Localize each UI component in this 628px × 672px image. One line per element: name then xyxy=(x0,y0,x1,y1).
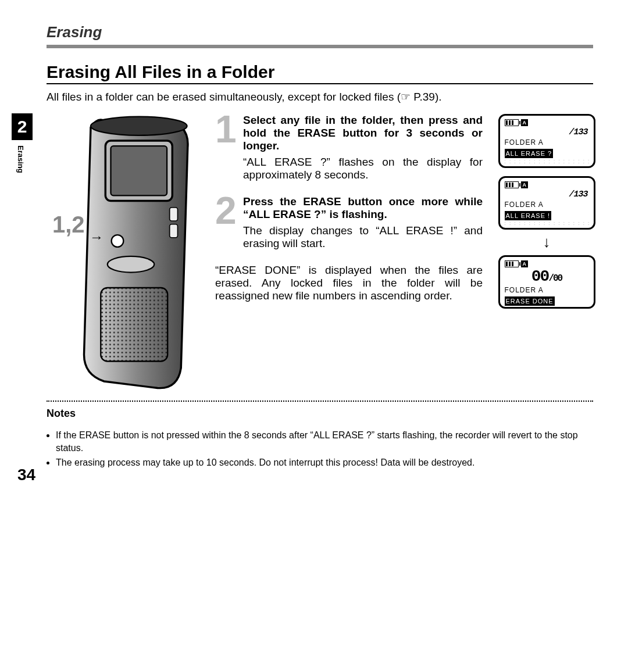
lcd-folder-line: FOLDER A xyxy=(505,138,589,146)
step-1-title: Select any file in the folder, then pres… xyxy=(243,114,483,152)
dotted-divider xyxy=(47,401,593,402)
step-2-title: Press the ERASE button once more while “… xyxy=(243,195,483,221)
note-item: The erasing process may take up to 10 se… xyxy=(56,456,593,469)
lcd-screen-1: A /133 FOLDER A ALL ERASE ? · · · · · · … xyxy=(498,114,595,168)
steps-column: 1 Select any file in the folder, then pr… xyxy=(215,114,488,395)
intro-prefix: All files in a folder can be erased simu… xyxy=(47,91,401,103)
step-1: 1 Select any file in the folder, then pr… xyxy=(215,114,483,181)
result-paragraph: “ERASE DONE” is displayed when the files… xyxy=(215,264,483,302)
chapter-vertical-label: Erasing xyxy=(16,145,25,173)
folder-indicator: A xyxy=(521,260,529,267)
lcd-zero-big: 00 xyxy=(531,267,549,285)
battery-icon xyxy=(505,181,519,188)
svg-point-1 xyxy=(91,117,187,135)
step-number: 1 xyxy=(215,114,243,181)
section-header: Erasing xyxy=(47,23,593,41)
erase-keyword: ERASE xyxy=(303,195,341,208)
lcd-file-count: /133 xyxy=(505,127,588,137)
lcd-segment-big: 00/00 xyxy=(505,269,589,285)
page-title: Erasing All Files in a Folder xyxy=(47,62,593,84)
svg-point-7 xyxy=(108,256,155,273)
manual-page: Erasing Erasing All Files in a Folder Al… xyxy=(0,0,628,502)
header-rule xyxy=(47,45,593,48)
chapter-tab: 2 xyxy=(12,113,33,140)
lcd-dots: · · · · · · · · · · · · · · · · · ·· · ·… xyxy=(505,221,589,227)
lcd-screen-3: A 00/00 FOLDER A ERASE DONE xyxy=(498,255,595,309)
lcd-message: ALL ERASE ! xyxy=(505,211,552,220)
device-column: 1,2 → xyxy=(47,114,204,395)
lcd-zero-small: /00 xyxy=(548,273,562,284)
lcd-message: ALL ERASE ? xyxy=(505,149,554,158)
step-number: 2 xyxy=(215,195,243,250)
lcd-message: ERASE DONE xyxy=(505,296,555,306)
folder-indicator: A xyxy=(521,119,529,126)
notes-list: If the ERASE button is not pressed withi… xyxy=(47,429,593,469)
callout-arrow-icon: → xyxy=(90,229,104,245)
device-illustration xyxy=(64,114,198,395)
page-number: 34 xyxy=(17,466,35,484)
note-item: If the ERASE button is not pressed withi… xyxy=(56,429,593,454)
step-1-desc: “ALL ERASE ?” flashes on the display for… xyxy=(243,156,483,181)
step-2-desc: The display changes to “ALL ERASE !” and… xyxy=(243,224,483,250)
svg-rect-4 xyxy=(170,208,178,221)
intro-text: All files in a folder can be erased simu… xyxy=(47,90,593,103)
lcd-screen-2: A /133 FOLDER A ALL ERASE ! · · · · · · … xyxy=(498,176,595,230)
svg-rect-8 xyxy=(101,288,167,362)
battery-icon xyxy=(505,119,519,126)
lcd-folder-line: FOLDER A xyxy=(505,201,589,209)
step-2-t-before: Press the xyxy=(243,195,303,208)
lcd-column: A /133 FOLDER A ALL ERASE ? · · · · · · … xyxy=(500,114,593,395)
battery-icon xyxy=(505,260,519,267)
intro-suffix: ). xyxy=(435,91,442,103)
notes-heading: Notes xyxy=(47,408,593,420)
step-2: 2 Press the ERASE button once more while… xyxy=(215,195,483,250)
step-callout-label: 1,2 xyxy=(52,212,85,238)
lcd-folder-line: FOLDER A xyxy=(505,286,589,294)
svg-rect-3 xyxy=(111,146,167,195)
down-arrow-icon: ↓ xyxy=(543,238,551,247)
lcd-file-count: /133 xyxy=(505,190,588,199)
main-content: 1,2 → xyxy=(47,114,593,395)
erase-keyword: ERASE xyxy=(297,127,335,139)
lcd-dots: · · · · · · · · · · · · · · · · · ·· · ·… xyxy=(505,159,589,165)
folder-indicator: A xyxy=(521,181,529,188)
svg-rect-5 xyxy=(170,224,178,238)
svg-point-6 xyxy=(112,235,124,247)
intro-ref: ☞ P.39 xyxy=(401,91,435,103)
